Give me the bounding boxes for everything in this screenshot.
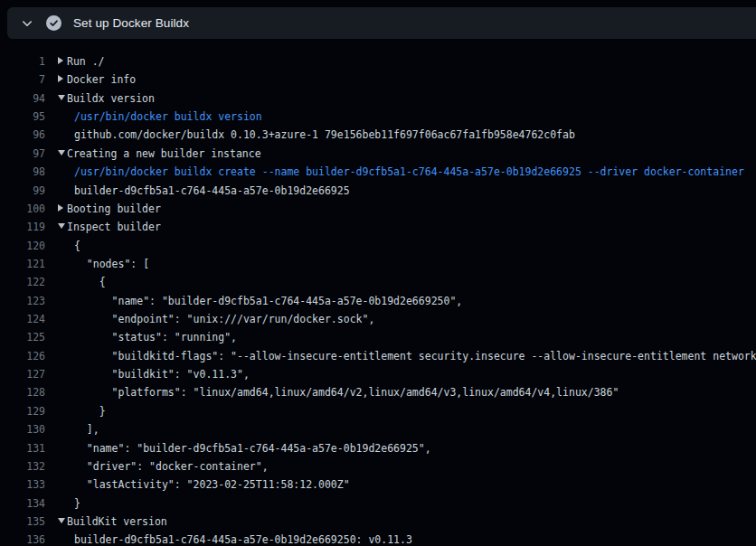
line-number[interactable]: 121 (0, 255, 45, 273)
group-title: Run ./ (67, 55, 105, 68)
log-line: 122 { (0, 273, 756, 291)
group-title: BuildKit version (67, 515, 167, 528)
output-text: { (58, 273, 756, 291)
triangle-down-icon[interactable] (58, 89, 67, 108)
line-number[interactable]: 95 (0, 108, 45, 126)
log-line: 96github.com/docker/buildx 0.10.3+azure-… (0, 126, 756, 144)
log-line: 98/usr/bin/docker buildx create --name b… (0, 163, 756, 181)
log-line: 127 "buildkit": "v0.11.3", (0, 365, 756, 383)
triangle-right-icon[interactable] (58, 52, 67, 71)
line-number[interactable]: 125 (0, 328, 45, 346)
output-text: "status": "running", (58, 328, 756, 346)
line-number[interactable]: 97 (0, 145, 45, 163)
log-line: 7Docker info (0, 71, 756, 89)
output-text: "driver": "docker-container", (58, 457, 756, 475)
line-number[interactable]: 94 (0, 89, 45, 108)
line-number[interactable]: 128 (0, 383, 45, 401)
output-text: builder-d9cfb5a1-c764-445a-a57e-0b19d2e6… (58, 182, 756, 200)
output-text: "platforms": "linux/amd64,linux/amd64/v2… (58, 383, 756, 401)
log-lines: 1Run ./7Docker info94Buildx version95/us… (0, 39, 756, 546)
line-number[interactable]: 119 (0, 218, 45, 236)
log-line: 95/usr/bin/docker buildx version (0, 108, 756, 126)
output-text: github.com/docker/buildx 0.10.3+azure-1 … (58, 126, 756, 144)
line-number[interactable]: 124 (0, 310, 45, 328)
output-text: "name": "builder-d9cfb5a1-c764-445a-a57e… (58, 292, 756, 310)
group-title: Buildx version (67, 92, 155, 105)
line-number[interactable]: 127 (0, 365, 45, 383)
output-text: "lastActivity": "2023-02-25T11:58:12.000… (58, 475, 756, 494)
step-title: Set up Docker Buildx (73, 16, 189, 30)
log-line: 136builder-d9cfb5a1-c764-445a-a57e-0b19d… (0, 531, 756, 546)
log-group-header[interactable]: Buildx version (58, 89, 756, 108)
command-text: /usr/bin/docker buildx create --name bui… (58, 163, 756, 181)
log-line: 129 } (0, 402, 756, 420)
log-line: 99builder-d9cfb5a1-c764-445a-a57e-0b19d2… (0, 182, 756, 200)
log-group-header[interactable]: BuildKit version (58, 513, 756, 531)
line-number[interactable]: 129 (0, 402, 45, 420)
output-text: "buildkitd-flags": "--allow-insecure-ent… (58, 347, 756, 365)
actions-log-viewer: Set up Docker Buildx 1Run ./7Docker info… (0, 0, 756, 546)
output-text: "nodes": [ (58, 255, 756, 273)
line-number[interactable]: 122 (0, 273, 45, 291)
triangle-down-icon[interactable] (58, 145, 67, 163)
log-group-header[interactable]: Creating a new builder instance (58, 145, 756, 163)
log-line: 123 "name": "builder-d9cfb5a1-c764-445a-… (0, 292, 756, 310)
line-number[interactable]: 131 (0, 439, 45, 457)
log-line: 97Creating a new builder instance (0, 145, 756, 163)
output-text: } (58, 402, 756, 420)
log-group-header[interactable]: Inspect builder (58, 218, 756, 236)
step-header[interactable]: Set up Docker Buildx (7, 7, 756, 39)
line-number[interactable]: 132 (0, 457, 45, 475)
chevron-down-icon[interactable] (20, 16, 34, 31)
log-line: 128 "platforms": "linux/amd64,linux/amd6… (0, 383, 756, 401)
line-number[interactable]: 100 (0, 200, 45, 218)
log-line: 94Buildx version (0, 89, 756, 108)
line-number[interactable]: 123 (0, 292, 45, 310)
output-text: ], (58, 420, 756, 438)
log-line: 120{ (0, 237, 756, 255)
group-title: Docker info (67, 73, 136, 86)
log-line: 121 "nodes": [ (0, 255, 756, 273)
log-line: 1Run ./ (0, 52, 756, 71)
triangle-right-icon[interactable] (58, 200, 67, 218)
output-text: "endpoint": "unix:///var/run/docker.sock… (58, 310, 756, 328)
triangle-down-icon[interactable] (58, 513, 67, 531)
line-number[interactable]: 136 (0, 531, 45, 546)
line-number[interactable]: 130 (0, 420, 45, 438)
line-number[interactable]: 120 (0, 237, 45, 255)
log-line: 126 "buildkitd-flags": "--allow-insecure… (0, 347, 756, 365)
command-text: /usr/bin/docker buildx version (58, 108, 756, 126)
triangle-right-icon[interactable] (58, 71, 67, 89)
group-title: Inspect builder (67, 221, 161, 233)
triangle-down-icon[interactable] (58, 218, 67, 236)
line-number[interactable]: 7 (0, 71, 45, 89)
check-circle-icon (46, 15, 61, 31)
output-text: "name": "builder-d9cfb5a1-c764-445a-a57e… (58, 439, 756, 457)
output-text: "buildkit": "v0.11.3", (58, 365, 756, 383)
group-title: Creating a new builder instance (67, 147, 261, 160)
line-number[interactable]: 134 (0, 494, 45, 513)
line-number[interactable]: 126 (0, 347, 45, 365)
line-number[interactable]: 1 (0, 52, 45, 71)
output-text: } (58, 494, 756, 513)
log-group-header[interactable]: Docker info (58, 71, 756, 89)
log-line: 130 ], (0, 420, 756, 438)
output-text: { (58, 237, 756, 255)
log-line: 134} (0, 494, 756, 513)
log-line: 135BuildKit version (0, 513, 756, 531)
log-line: 100Booting builder (0, 200, 756, 218)
log-line: 131 "name": "builder-d9cfb5a1-c764-445a-… (0, 439, 756, 457)
log-line: 133 "lastActivity": "2023-02-25T11:58:12… (0, 475, 756, 494)
group-title: Booting builder (67, 202, 161, 215)
line-number[interactable]: 96 (0, 126, 45, 144)
output-text: builder-d9cfb5a1-c764-445a-a57e-0b19d2e6… (58, 531, 756, 546)
log-line: 132 "driver": "docker-container", (0, 457, 756, 475)
log-line: 124 "endpoint": "unix:///var/run/docker.… (0, 310, 756, 328)
log-group-header[interactable]: Booting builder (58, 200, 756, 218)
line-number[interactable]: 98 (0, 163, 45, 181)
line-number[interactable]: 99 (0, 182, 45, 200)
line-number[interactable]: 133 (0, 475, 45, 494)
log-line: 119Inspect builder (0, 218, 756, 236)
line-number[interactable]: 135 (0, 513, 45, 531)
log-group-header[interactable]: Run ./ (58, 52, 756, 71)
